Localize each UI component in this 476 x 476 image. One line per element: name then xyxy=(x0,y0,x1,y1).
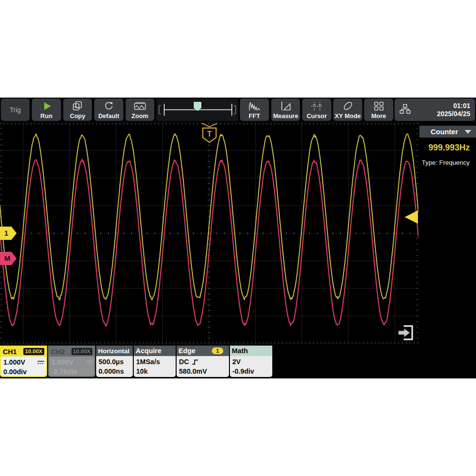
ch2-scale: 1.000V xyxy=(51,357,73,367)
horizontal-status-box[interactable]: Horizontal 500.0µs 0.000ns xyxy=(96,346,133,377)
ch2-label: CH2 xyxy=(51,348,65,356)
more-grid-icon xyxy=(374,99,384,112)
math-offset: -0.9div xyxy=(232,367,272,376)
trigger-top-chevron-icon xyxy=(202,123,217,127)
measure-icon xyxy=(280,99,291,112)
ch2-offset: -2.76div xyxy=(51,367,94,377)
horizontal-label: Horizontal xyxy=(98,347,129,355)
graticule-and-traces xyxy=(0,123,418,344)
xy-mode-button[interactable]: XY Mode xyxy=(333,99,362,121)
ch2-status-box[interactable]: CH2 10.00X 1.000V -2.76div xyxy=(48,346,95,377)
ch1-offset: 0.00div xyxy=(3,367,46,377)
copy-button[interactable]: Copy xyxy=(63,99,92,121)
math-label: Math xyxy=(232,347,248,355)
counter-header[interactable]: Counter xyxy=(419,126,476,138)
ch1-scale: 1.000V xyxy=(3,357,25,367)
play-icon xyxy=(41,99,52,112)
cursor-icon xyxy=(311,99,323,112)
fft-button[interactable]: FFT xyxy=(240,99,269,121)
trigger-level-value: 580.0mV xyxy=(179,367,229,376)
run-button[interactable]: Run xyxy=(32,99,61,121)
xy-mode-icon xyxy=(342,99,354,112)
trig-label: Trig xyxy=(10,106,21,114)
fft-icon xyxy=(248,99,261,112)
delay-value: 0.000ns xyxy=(99,367,133,376)
ch1-atten-badge: 10.00X xyxy=(23,348,44,355)
copy-icon xyxy=(72,99,83,112)
trigger-position-marker[interactable]: T xyxy=(201,123,218,144)
memory-depth-value: 10k xyxy=(136,367,176,376)
more-button[interactable]: More xyxy=(364,99,393,121)
clock-time: 01:01 xyxy=(411,102,470,110)
default-button[interactable]: Default xyxy=(94,99,123,121)
measure-button[interactable]: Measure xyxy=(271,99,300,121)
counter-type: Type: Frequency xyxy=(419,159,476,166)
trigger-level-icon[interactable] xyxy=(405,210,418,224)
trigger-coupling: DC xyxy=(179,357,189,367)
ch1-label: CH1 xyxy=(3,348,17,356)
horizontal-position-bar[interactable] xyxy=(157,99,238,121)
trigger-marker-letter: T xyxy=(207,130,212,138)
acquire-status-box[interactable]: Acquire 1MSa/s 10k xyxy=(134,346,176,377)
top-toolbar: Trig Run Copy xyxy=(0,98,476,122)
clock-date: 2025/04/25 xyxy=(411,110,470,118)
chevron-down-icon xyxy=(465,130,471,134)
zoom-button[interactable]: Zoom xyxy=(126,99,154,121)
math-status-box[interactable]: Math 2V -0.9div xyxy=(230,346,272,377)
waveform-display: T 1 M xyxy=(0,123,418,344)
zoom-waveform-icon xyxy=(134,99,146,112)
counter-panel: Counter 999.993Hz Type: Frequency xyxy=(419,123,476,344)
lan-icon xyxy=(399,104,411,116)
trigger-status-box[interactable]: Edge 1 DC 580.0mV xyxy=(177,346,229,377)
acquire-label: Acquire xyxy=(136,347,161,355)
ch1-status-box[interactable]: CH1 10.00X 1.000V 0.00div xyxy=(0,346,47,377)
dc-coupling-icon xyxy=(37,360,45,365)
counter-value: 999.993Hz xyxy=(419,143,476,153)
edge-label: Edge xyxy=(178,347,195,355)
default-reset-icon xyxy=(103,99,115,112)
cursor-button[interactable]: Cursor xyxy=(302,99,331,121)
trig-button[interactable]: Trig xyxy=(1,99,30,121)
screenshot-page: Trig Run Copy xyxy=(0,0,476,476)
sample-rate-value: 1MSa/s xyxy=(136,357,176,367)
oscilloscope-screen: Trig Run Copy xyxy=(0,98,476,378)
math-scale: 2V xyxy=(232,357,272,367)
status-bar: CH1 10.00X 1.000V 0.00div CH2 10.00X xyxy=(0,346,476,378)
dc-coupling-icon xyxy=(85,360,93,365)
ch2-atten-badge: 10.00X xyxy=(71,348,92,355)
export-arrow-icon[interactable] xyxy=(397,324,418,343)
timebase-value: 500.0µs xyxy=(99,357,133,367)
counter-title: Counter xyxy=(431,128,458,136)
rising-edge-icon xyxy=(192,358,199,366)
trigger-source-badge: 1 xyxy=(212,347,223,354)
clock-panel[interactable]: 01:01 2025/04/25 xyxy=(395,99,475,121)
